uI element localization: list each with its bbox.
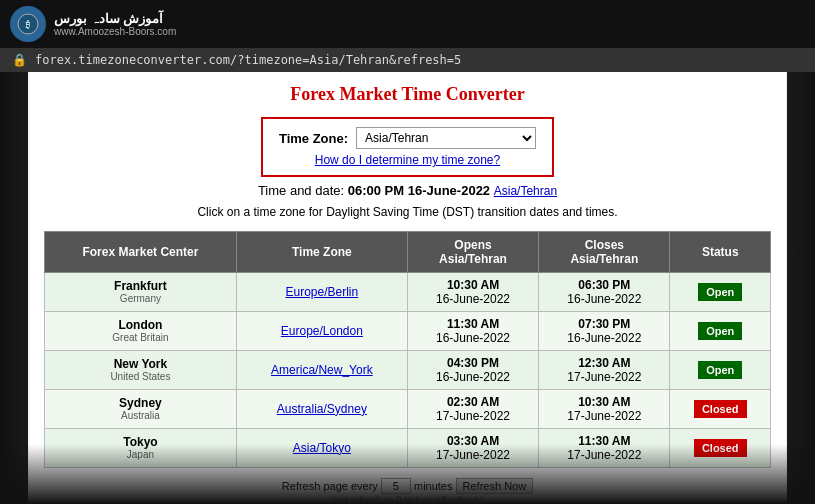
opens-cell: 10:30 AM 16-June-2022 [407, 272, 538, 311]
opens-time: 11:30 AM [447, 317, 499, 331]
svg-text:₿: ₿ [25, 20, 30, 30]
right-shadow [785, 72, 815, 504]
timezone-help-link[interactable]: How do I determine my time zone? [315, 153, 500, 167]
logo-area: ₿ آموزش سادہ بورس www.Amoozesh-Boors.com [10, 6, 176, 42]
tz-link[interactable]: Australia/Sydney [277, 402, 367, 416]
opens-date: 16-June-2022 [436, 292, 510, 306]
table-row: New York United States America/New_York … [45, 350, 771, 389]
closes-cell: 07:30 PM 16-June-2022 [539, 311, 670, 350]
status-badge: Open [698, 361, 742, 379]
bottom-shadow [0, 444, 815, 504]
main-content: Forex Market Time Converter Time Zone: A… [28, 72, 787, 504]
market-country: Great Britain [53, 332, 228, 343]
market-country: United States [53, 371, 228, 382]
logo-text-block: آموزش سادہ بورس www.Amoozesh-Boors.com [54, 11, 176, 38]
col-opens: OpensAsia/Tehran [407, 231, 538, 272]
market-cell: Sydney Australia [45, 389, 237, 428]
closes-time: 07:30 PM [578, 317, 630, 331]
table-header-row: Forex Market Center Time Zone OpensAsia/… [45, 231, 771, 272]
table-row: Sydney Australia Australia/Sydney 02:30 … [45, 389, 771, 428]
left-shadow [0, 72, 30, 504]
lock-icon: 🔒 [12, 53, 27, 67]
market-name: New York [53, 357, 228, 371]
opens-date: 16-June-2022 [436, 370, 510, 384]
time-date-tz-link[interactable]: Asia/Tehran [494, 184, 557, 198]
logo-brand: آموزش سادہ بورس [54, 11, 176, 27]
opens-date: 17-June-2022 [436, 409, 510, 423]
address-text: forex.timezoneconverter.com/?timezone=As… [35, 53, 461, 67]
table-row: Frankfurt Germany Europe/Berlin 10:30 AM… [45, 272, 771, 311]
opens-cell: 02:30 AM 17-June-2022 [407, 389, 538, 428]
status-cell: Open [670, 350, 771, 389]
market-name: London [53, 318, 228, 332]
market-cell: London Great Britain [45, 311, 237, 350]
tz-cell: Australia/Sydney [236, 389, 407, 428]
logo-icon: ₿ [10, 6, 46, 42]
logo-url: www.Amoozesh-Boors.com [54, 26, 176, 37]
opens-time: 04:30 PM [447, 356, 499, 370]
tz-cell: Europe/London [236, 311, 407, 350]
col-closes: ClosesAsia/Tehran [539, 231, 670, 272]
time-date-label: Time and date: [258, 183, 344, 198]
closes-time: 06:30 PM [578, 278, 630, 292]
closes-time: 12:30 AM [578, 356, 630, 370]
market-country: Australia [53, 410, 228, 421]
market-name: Sydney [53, 396, 228, 410]
tz-cell: America/New_York [236, 350, 407, 389]
status-badge: Closed [694, 400, 747, 418]
col-timezone: Time Zone [236, 231, 407, 272]
time-date-info: Time and date: 06:00 PM 16-June-2022 Asi… [44, 183, 771, 198]
market-cell: New York United States [45, 350, 237, 389]
status-cell: Closed [670, 389, 771, 428]
status-cell: Open [670, 272, 771, 311]
market-name: Frankfurt [53, 279, 228, 293]
status-badge: Open [698, 322, 742, 340]
closes-date: 17-June-2022 [567, 370, 641, 384]
closes-date: 16-June-2022 [567, 331, 641, 345]
tz-link[interactable]: America/New_York [271, 363, 373, 377]
closes-cell: 06:30 PM 16-June-2022 [539, 272, 670, 311]
tz-cell: Europe/Berlin [236, 272, 407, 311]
market-country: Germany [53, 293, 228, 304]
closes-date: 17-June-2022 [567, 409, 641, 423]
table-row: London Great Britain Europe/London 11:30… [45, 311, 771, 350]
top-bar: ₿ آموزش سادہ بورس www.Amoozesh-Boors.com [0, 0, 815, 48]
closes-cell: 12:30 AM 17-June-2022 [539, 350, 670, 389]
tz-link[interactable]: Europe/London [281, 324, 363, 338]
closes-date: 16-June-2022 [567, 292, 641, 306]
address-bar: 🔒 forex.timezoneconverter.com/?timezone=… [0, 48, 815, 72]
status-cell: Open [670, 311, 771, 350]
time-date-value: 06:00 PM 16-June-2022 [348, 183, 490, 198]
opens-time: 02:30 AM [447, 395, 499, 409]
closes-time: 10:30 AM [578, 395, 630, 409]
closes-cell: 10:30 AM 17-June-2022 [539, 389, 670, 428]
opens-cell: 11:30 AM 16-June-2022 [407, 311, 538, 350]
tz-link[interactable]: Europe/Berlin [286, 285, 359, 299]
timezone-row: Time Zone: Asia/Tehran [279, 127, 536, 149]
timezone-label: Time Zone: [279, 131, 348, 146]
opens-cell: 04:30 PM 16-June-2022 [407, 350, 538, 389]
market-table: Forex Market Center Time Zone OpensAsia/… [44, 231, 771, 468]
dst-info: Click on a time zone for Daylight Saving… [44, 204, 771, 221]
market-cell: Frankfurt Germany [45, 272, 237, 311]
timezone-box: Time Zone: Asia/Tehran How do I determin… [261, 117, 554, 177]
timezone-select[interactable]: Asia/Tehran [356, 127, 536, 149]
col-status: Status [670, 231, 771, 272]
opens-time: 10:30 AM [447, 278, 499, 292]
page-title: Forex Market Time Converter [44, 84, 771, 105]
status-badge: Open [698, 283, 742, 301]
opens-date: 16-June-2022 [436, 331, 510, 345]
col-market: Forex Market Center [45, 231, 237, 272]
